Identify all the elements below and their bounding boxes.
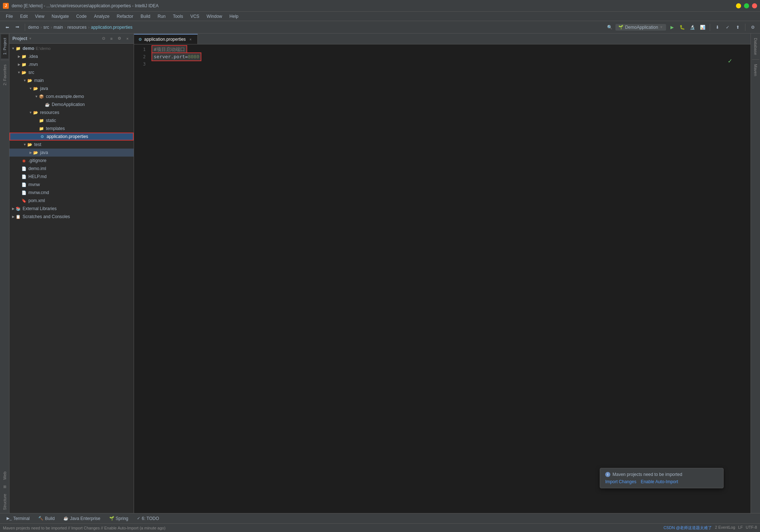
minimize-button[interactable] [736, 3, 741, 8]
menu-window[interactable]: Window [204, 13, 225, 20]
main-area: 1: Project 2: Favorites Web ⊞ Structure … [0, 34, 760, 513]
tree-item-extlibs[interactable]: ▶ 📚 External Libraries [9, 205, 134, 213]
menu-view[interactable]: View [32, 13, 47, 20]
settings-btn[interactable]: ⚙ [748, 23, 757, 32]
arrow-test-java: ▶ [28, 150, 33, 155]
breadcrumb-sep4: › [88, 25, 90, 30]
panel-sync-btn[interactable]: ⊙ [100, 35, 107, 42]
tree-item-mvn[interactable]: ▶ 📁 .mvn [9, 60, 134, 68]
icon-demoixml: 📄 [21, 166, 27, 172]
tree-item-scratches[interactable]: ▶ 📋 Scratches and Consoles [9, 213, 134, 221]
tree-item-java[interactable]: ▼ 📂 java [9, 84, 134, 92]
tree-item-pomxml[interactable]: ▶ 🔖 pom.xml [9, 197, 134, 205]
panel-collapse-btn[interactable]: ≡ [108, 35, 115, 42]
tree-item-main[interactable]: ▼ 📂 main [9, 76, 134, 84]
arrow-package: ▼ [34, 94, 39, 99]
tree-item-resources[interactable]: ▼ 📂 resources [9, 109, 134, 117]
breadcrumb-file[interactable]: application.properties [91, 25, 133, 30]
toolbar-search-btn[interactable]: 🔍 [605, 23, 614, 32]
icon-package: 📦 [39, 94, 44, 99]
status-encoding[interactable]: UTF-8 [746, 525, 757, 531]
menu-analyze[interactable]: Analyze [91, 13, 113, 20]
menu-navigate[interactable]: Navigate [49, 13, 72, 20]
favorites-tab[interactable]: 2: Favorites [1, 62, 8, 88]
breadcrumb-resources[interactable]: resources [67, 25, 87, 30]
bottom-tab-todo[interactable]: ✓ 6: TODO [133, 515, 163, 522]
bottom-tab-terminal[interactable]: ▶_ Terminal [3, 515, 33, 522]
menu-build[interactable]: Build [138, 13, 153, 20]
menu-run[interactable]: Run [155, 13, 169, 20]
import-changes-link[interactable]: Import Changes [605, 479, 636, 484]
git-update-btn[interactable]: ⬇ [713, 23, 722, 32]
label-mvn: .mvn [28, 62, 38, 67]
close-button[interactable] [752, 3, 757, 8]
coverage-btn[interactable]: 🔬 [688, 23, 697, 32]
toolbar-forward-btn[interactable]: ⮕ [13, 23, 22, 32]
toolbar-sep2 [710, 24, 710, 31]
tree-item-help[interactable]: ▶ 📄 HELP.md [9, 173, 134, 181]
line-numbers: 1 2 3 [134, 44, 149, 513]
panel-settings-btn[interactable]: ⚙ [116, 35, 123, 42]
label-java: java [40, 86, 48, 91]
breadcrumb-main[interactable]: main [54, 25, 63, 30]
tree-item-demoapp[interactable]: ▶ ☕ DemoApplication [9, 101, 134, 109]
breadcrumb-src[interactable]: src [43, 25, 49, 30]
git-push-btn[interactable]: ⬆ [733, 23, 742, 32]
bottom-tab-build[interactable]: 🔨 Build [35, 515, 58, 522]
debug-btn[interactable]: 🐛 [678, 23, 686, 32]
tree-item-templates[interactable]: ▶ 📁 templates [9, 125, 134, 133]
tree-item-src[interactable]: ▼ 📂 src [9, 68, 134, 76]
tree-item-test-java[interactable]: ▶ 📂 java [9, 149, 134, 157]
label-src: src [28, 70, 34, 75]
menu-tools[interactable]: Tools [170, 13, 186, 20]
tree-item-appprops[interactable]: ▶ ⚙ application.properties [9, 133, 134, 141]
tree-item-mvnw[interactable]: ▶ 📄 mvnw [9, 181, 134, 189]
tab-close-appprops[interactable]: × [188, 37, 193, 42]
enable-auto-import-link[interactable]: Enable Auto-Import [641, 479, 678, 484]
tree-item-demoliml[interactable]: ▶ 📄 demo.iml [9, 165, 134, 173]
breadcrumb-sep1: › [40, 25, 42, 30]
tree-item-demo[interactable]: ▼ 📁 demo E:\demo [9, 44, 134, 52]
run-btn[interactable]: ▶ [668, 23, 676, 32]
code-val-2: 8080 [188, 54, 199, 59]
profile-btn[interactable]: 📊 [698, 23, 707, 32]
menu-edit[interactable]: Edit [17, 13, 31, 20]
bottom-tab-java-enterprise[interactable]: ☕ Java Enterprise [60, 515, 104, 522]
tree-item-idea[interactable]: ▶ 📁 .idea [9, 52, 134, 60]
code-editor[interactable]: #项目启动端口 server.port=8080 [149, 44, 751, 513]
menu-help[interactable]: Help [227, 13, 241, 20]
menu-file[interactable]: File [3, 13, 16, 20]
maven-panel-tab[interactable]: Maven [752, 61, 759, 79]
tree-item-gitignore[interactable]: ▶ ◉ .gitignore [9, 157, 134, 165]
tree-item-package[interactable]: ▼ 📦 com.example.demo [9, 92, 134, 101]
maximize-button[interactable] [744, 3, 749, 8]
web-tab[interactable]: Web [1, 469, 8, 482]
editor-tab-appprops[interactable]: ⚙ application.properties × [134, 34, 198, 44]
breadcrumb-demo[interactable]: demo [28, 25, 39, 30]
status-lf[interactable]: LF [738, 525, 743, 531]
toolbar-back-btn[interactable]: ⬅ [3, 23, 12, 32]
code-comment-1: #项目启动端口 [154, 47, 185, 52]
panel-close-btn[interactable]: × [124, 35, 131, 42]
tree-item-mvnwcmd[interactable]: ▶ 📄 mvnw.cmd [9, 189, 134, 197]
project-panel-title[interactable]: Project ▼ [12, 36, 32, 41]
bottom-tab-spring[interactable]: 🌱 Spring [106, 515, 132, 522]
tree-item-test[interactable]: ▼ 📂 test [9, 141, 134, 149]
sidebar-sep [1, 60, 9, 60]
status-eventlog[interactable]: 2 EventLog [715, 525, 735, 531]
menu-vcs[interactable]: VCS [188, 13, 202, 20]
structure-tab[interactable]: Structure [1, 491, 8, 513]
icon-gitignore: ◉ [21, 158, 27, 163]
label-test: test [34, 142, 41, 147]
tree-item-static[interactable]: ▶ 📁 static [9, 117, 134, 125]
structure-icon[interactable]: ⊞ [3, 483, 7, 490]
run-config-selector[interactable]: 🌱 DemoApplication ▼ [615, 24, 666, 31]
menu-code[interactable]: Code [73, 13, 90, 20]
label-demo-path: E:\demo [36, 46, 51, 51]
database-panel-tab[interactable]: Database [752, 35, 759, 58]
project-panel-tab[interactable]: 1: Project [1, 34, 8, 58]
menu-refactor[interactable]: Refactor [114, 13, 136, 20]
git-commit-btn[interactable]: ✓ [723, 23, 732, 32]
label-demo: demo [23, 46, 34, 51]
toolbar: ⬅ ⮕ demo › src › main › resources › appl… [0, 21, 760, 34]
